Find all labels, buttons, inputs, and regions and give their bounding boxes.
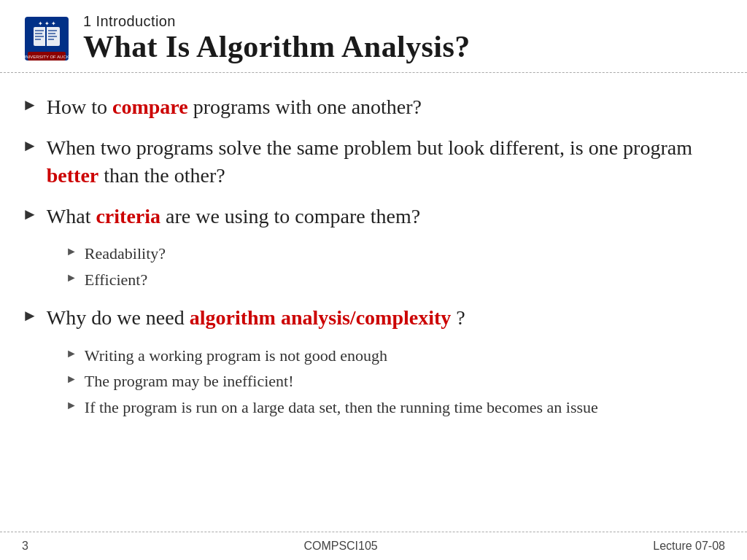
svg-rect-7: [48, 30, 57, 31]
svg-rect-8: [48, 33, 55, 34]
bullet-item-1: ► How to compare programs with one anoth…: [22, 93, 718, 121]
sub-bullet-arrow-inefficient: ►: [66, 373, 77, 386]
svg-rect-3: [35, 30, 44, 31]
bullet-arrow-2: ►: [22, 136, 38, 157]
slide-content: ► How to compare programs with one anoth…: [0, 73, 747, 532]
bullet-text-3: What criteria are we using to compare th…: [47, 203, 420, 230]
slide: ✦ ✦ ✦ THE UNIVERSITY OF AUCKLAND 1 Intro…: [0, 0, 747, 560]
highlight-criteria: criteria: [96, 205, 160, 228]
svg-rect-4: [35, 33, 42, 34]
svg-rect-9: [48, 36, 57, 37]
sub-bullets-3: ► Readability? ► Efficient?: [66, 243, 718, 295]
bullet-text-4: Why do we need algorithm analysis/comple…: [47, 304, 465, 332]
sub-bullet-arrow-dataset: ►: [66, 399, 77, 412]
sub-bullets-4: ► Writing a working program is not good …: [66, 345, 718, 423]
svg-rect-6: [35, 39, 41, 40]
sub-bullet-arrow-efficient: ►: [66, 271, 77, 284]
bullet-item-4: ► Why do we need algorithm analysis/comp…: [22, 304, 718, 332]
sub-bullet-item-working: ► Writing a working program is not good …: [66, 345, 718, 367]
bullet-text-1: How to compare programs with one another…: [47, 93, 422, 121]
university-logo: ✦ ✦ ✦ THE UNIVERSITY OF AUCKLAND: [22, 14, 71, 63]
bullet-text-2: When two programs solve the same problem…: [47, 134, 718, 190]
bullet-arrow-3: ►: [22, 204, 38, 225]
sub-bullet-text-readability: Readability?: [85, 243, 166, 265]
header-text-block: 1 Introduction What Is Algorithm Analysi…: [83, 13, 471, 63]
header-subtitle: 1 Introduction: [83, 13, 471, 30]
sub-bullet-arrow-readability: ►: [66, 245, 77, 258]
svg-rect-2: [45, 27, 47, 46]
highlight-algorithm-analysis: algorithm analysis/complexity: [190, 306, 452, 329]
sub-bullet-item-inefficient: ► The program may be inefficient!: [66, 370, 718, 392]
footer-page-number: 3: [22, 540, 28, 553]
sub-bullet-text-inefficient: The program may be inefficient!: [85, 370, 294, 392]
highlight-compare: compare: [112, 96, 188, 118]
sub-bullet-text-efficient: Efficient?: [85, 269, 147, 291]
sub-bullet-item-readability: ► Readability?: [66, 243, 718, 265]
svg-rect-5: [35, 36, 44, 37]
slide-header: ✦ ✦ ✦ THE UNIVERSITY OF AUCKLAND 1 Intro…: [0, 0, 747, 73]
sub-bullet-text-dataset: If the program is run on a large data se…: [85, 397, 598, 419]
slide-footer: 3 COMPSCI105 Lecture 07-08: [0, 532, 747, 560]
sub-bullet-item-efficient: ► Efficient?: [66, 269, 718, 291]
svg-text:✦ ✦ ✦: ✦ ✦ ✦: [38, 20, 56, 27]
footer-course: COMPSCI105: [303, 540, 377, 553]
header-title: What Is Algorithm Analysis?: [83, 30, 471, 63]
bullet-item-2: ► When two programs solve the same probl…: [22, 134, 718, 190]
footer-lecture: Lecture 07-08: [653, 540, 725, 553]
highlight-better: better: [47, 164, 99, 187]
svg-rect-10: [48, 39, 54, 40]
bullet-arrow-1: ►: [22, 95, 38, 116]
bullet-arrow-4: ►: [22, 306, 38, 327]
sub-bullet-arrow-working: ►: [66, 347, 77, 360]
bullet-item-3: ► What criteria are we using to compare …: [22, 203, 718, 230]
sub-bullet-item-dataset: ► If the program is run on a large data …: [66, 397, 718, 419]
sub-bullet-text-working: Writing a working program is not good en…: [85, 345, 387, 367]
svg-text:THE UNIVERSITY OF AUCKLAND: THE UNIVERSITY OF AUCKLAND: [22, 55, 71, 59]
